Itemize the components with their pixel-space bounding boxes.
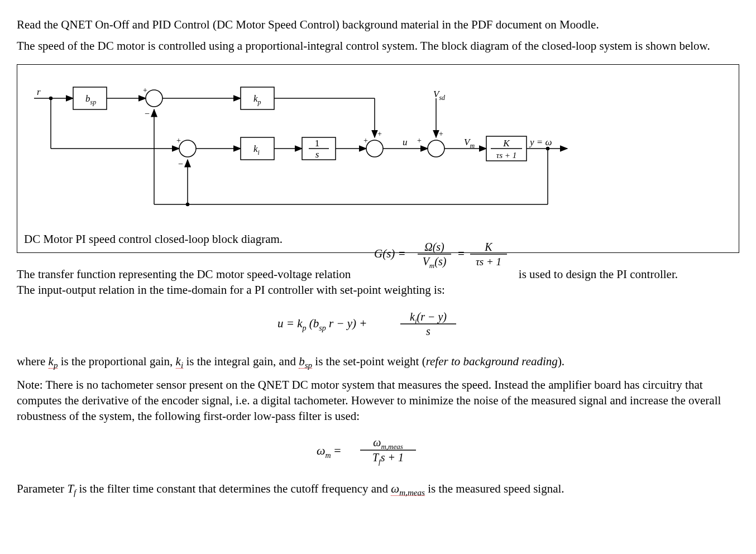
svg-text:Vm(s): Vm(s) [423, 255, 447, 270]
svg-text:+: + [143, 86, 147, 94]
svg-text:K: K [484, 241, 493, 253]
svg-text:Vm: Vm [464, 137, 475, 150]
svg-text:u = kp (bsp r − y) +: u = kp (bsp r − y) + [277, 317, 367, 332]
svg-point-3 [146, 90, 162, 107]
equation-g: G(s) = Ω(s) Vm(s) = K τs + 1 [374, 236, 530, 270]
svg-text:+: + [176, 136, 181, 145]
svg-text:τs + 1: τs + 1 [496, 151, 516, 160]
paragraph-gains: where kp is the proportional gain, ki is… [17, 354, 739, 371]
text: The transfer function representing the D… [17, 268, 351, 281]
svg-text:s: s [315, 149, 319, 160]
paragraph-filter: Parameter Tf is the filter time constant… [17, 481, 739, 499]
svg-text:τs + 1: τs + 1 [476, 256, 501, 268]
svg-text:ωm,meas: ωm,meas [373, 436, 403, 451]
text: is used to design the PI controller. [519, 268, 678, 281]
svg-text:+: + [417, 136, 422, 145]
svg-text:+: + [377, 130, 382, 138]
svg-text:y = ω: y = ω [529, 137, 552, 147]
svg-text:1: 1 [315, 138, 320, 149]
svg-text:ωm =: ωm = [317, 443, 341, 460]
paragraph-note: Note: There is no tachometer sensor pres… [17, 377, 739, 424]
svg-text:Tfs + 1: Tfs + 1 [372, 451, 404, 466]
svg-text:+: + [439, 130, 443, 138]
label-r: r [37, 87, 41, 97]
block-diagram-svg: r bsp kp ki 1 s Vsd u Vm K τs + 1 y = ω … [17, 65, 576, 227]
svg-text:−: − [145, 109, 150, 118]
svg-text:−: − [178, 159, 183, 169]
svg-text:ki(r − y): ki(r − y) [410, 311, 447, 325]
svg-point-19 [428, 140, 444, 157]
text: Read the QNET On-Off and PID Control (DC… [17, 18, 599, 31]
equation-omega: ωm = ωm,meas Tfs + 1 [17, 432, 739, 471]
svg-text:+: + [363, 136, 368, 145]
svg-text:u: u [403, 137, 408, 147]
svg-text:=: = [458, 247, 465, 260]
svg-point-9 [50, 97, 52, 99]
transfer-function-paragraph: G(s) = Ω(s) Vm(s) = K τs + 1 The transfe… [17, 266, 739, 298]
text: The input-output relation in the time-do… [17, 282, 739, 298]
text: Note: There is no tachometer sensor pres… [17, 378, 721, 423]
paragraph-intro: Read the QNET On-Off and PID Control (DC… [17, 17, 739, 32]
svg-text:s: s [426, 325, 430, 337]
svg-text:G(s) =: G(s) = [374, 247, 406, 260]
text: The speed of the DC motor is controlled … [17, 39, 710, 52]
svg-text:Vsd: Vsd [433, 89, 446, 102]
svg-text:Ω(s): Ω(s) [424, 241, 444, 254]
block-diagram-container: r bsp kp ki 1 s Vsd u Vm K τs + 1 y = ω … [17, 64, 739, 253]
paragraph-system-desc: The speed of the DC motor is controlled … [17, 38, 739, 54]
svg-text:K: K [503, 138, 510, 149]
equation-u: u = kp (bsp r − y) + ki(r − y) s [17, 306, 739, 343]
svg-point-17 [366, 140, 383, 157]
svg-point-11 [179, 140, 196, 157]
svg-point-29 [186, 203, 189, 206]
